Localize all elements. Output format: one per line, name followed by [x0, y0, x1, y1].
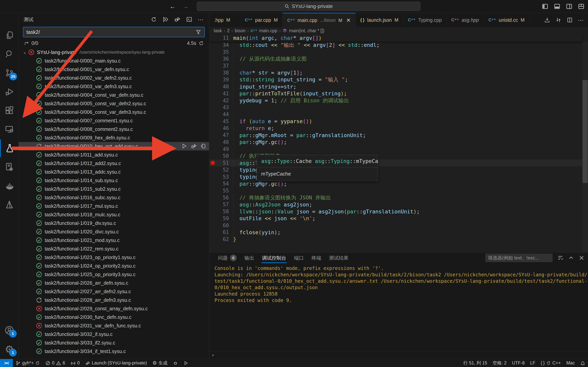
breadcrumb-item[interactable]: main(int, char * []) — [289, 28, 325, 33]
code-line[interactable]: 43 — [209, 104, 582, 111]
test-item-row[interactable]: task2/functional-0/008_comment2.sysu.c — [19, 125, 209, 133]
test-item-row[interactable]: task2/functional-1/015_sub2.sysu.c — [19, 185, 209, 193]
breadcrumb-item[interactable]: task — [214, 28, 222, 33]
remote-indicator[interactable]: >< — [0, 359, 13, 367]
test-item-row[interactable]: task2/functional-1/019_div.sysu.c — [19, 219, 209, 227]
code-line[interactable]: 42 yydebug = 1; // 启用 Bison 的调试输出 — [209, 97, 582, 104]
maximize-panel-icon[interactable] — [568, 255, 574, 261]
code-line[interactable]: 60 — [209, 222, 582, 229]
run-debug-icon[interactable] — [0, 83, 19, 100]
docker-icon[interactable] — [0, 177, 19, 195]
test-item-row[interactable]: task2/functional-0/005_const_var_defn2.s… — [19, 99, 209, 108]
test-item-row[interactable]: task2/functional-0/001_var_defn.sysu.c — [19, 65, 209, 74]
filter-funnel-icon[interactable] — [195, 29, 201, 35]
test-item-row[interactable]: task2/functional-1/025_op_priority3.sysu… — [19, 270, 209, 279]
close-tab-icon[interactable]: ✕ — [346, 17, 351, 24]
panel-tab[interactable]: 输出 — [241, 253, 258, 263]
toggle-secondary-sidebar-icon[interactable] — [566, 3, 572, 10]
settings-gear-icon[interactable]: ⚙ 1 — [0, 341, 19, 358]
cursor-position-status[interactable]: 行 51, 列 15 — [461, 359, 490, 367]
close-panel-icon[interactable] — [579, 255, 585, 261]
run-test-icon[interactable] — [182, 143, 187, 149]
panel-tab[interactable]: 测试结果 — [325, 253, 352, 263]
test-item-row[interactable]: task2/functional-0/007_comment1.sysu.c — [19, 116, 209, 125]
editor-tab[interactable]: C⁺⁺par.cppM — [240, 13, 283, 27]
remote-explorer-icon[interactable] — [0, 121, 19, 138]
toggle-panel-icon[interactable] — [554, 3, 560, 10]
cmake-icon[interactable] — [0, 196, 19, 213]
code-line[interactable]: 35 — [209, 49, 582, 56]
panel-tab[interactable]: 端口 — [290, 253, 308, 263]
test-item-row[interactable]: task2/functional-2/027_arr_defn2.sysu.c — [19, 287, 209, 296]
indentation-status[interactable]: 空格: 2 — [490, 359, 510, 367]
explorer-icon[interactable] — [0, 26, 19, 44]
test-item-row[interactable]: task2/functional-0/006_const_var_defn3.s… — [19, 108, 209, 116]
source-control-icon[interactable]: 25 — [0, 64, 19, 82]
test-item-row[interactable]: task2/functional-1/014_sub.sysu.c — [19, 176, 209, 185]
code-line[interactable]: 39 std::string input_string = "输入 "; — [209, 76, 582, 83]
code-line[interactable]: 61 fclose(yyin); — [209, 229, 582, 236]
rerun-icon[interactable] — [199, 41, 204, 46]
code-line[interactable]: 47 par::gMgr.mRoot = par::gTranslationUn… — [209, 132, 582, 139]
goto-test-file-icon[interactable] — [200, 143, 206, 149]
test-item-row[interactable]: task2/functional-1/022_rem.sysu.c — [19, 244, 209, 253]
code-line[interactable]: 41 par::printToTxtFile(input_string); — [209, 90, 582, 97]
panel-tab[interactable]: 问题6 — [214, 253, 241, 263]
code-line[interactable]: 40 input_string+=str; — [209, 83, 582, 90]
panel-tab[interactable]: 调试控制台 — [258, 253, 290, 263]
chevron-down-icon[interactable]: ⌄ — [21, 50, 28, 55]
code-line[interactable]: 45 if (auto e = yyparse()) — [209, 118, 582, 125]
test-filter-input[interactable]: task2/ — [23, 27, 205, 37]
test-item-row[interactable]: task2/functional-0/009_hex_defn.sysu.c — [19, 133, 209, 142]
editor-scrollbar[interactable] — [582, 42, 588, 252]
editor-tab[interactable]: C⁺⁺asg.hpp — [447, 13, 484, 27]
build-status[interactable]: ⚙ 生成 — [150, 359, 170, 367]
refresh-tests-icon[interactable] — [151, 16, 157, 23]
scrollbar-thumb[interactable] — [583, 80, 588, 183]
breakpoint-margin[interactable] — [209, 161, 216, 165]
test-output-terminal-icon[interactable] — [186, 16, 192, 23]
test-item-row[interactable]: task2/functional-0/004_const_var_defn.sy… — [19, 91, 209, 99]
accounts-icon[interactable]: 1 — [0, 322, 19, 339]
code-line[interactable]: 58 llvm::json::Value json = asg2json(par… — [209, 208, 582, 215]
cpp-properties-icon[interactable] — [0, 158, 19, 176]
code-editor[interactable]: 34 std::cout << "输出 " << argv[2] << std:… — [209, 42, 582, 252]
test-item-row[interactable]: task2/functional-2/029_const_array_defn.… — [19, 304, 209, 313]
breadcrumb-item[interactable]: bison — [235, 28, 245, 33]
code-line[interactable]: 37 — [209, 62, 582, 69]
test-item-row[interactable]: task2/functional-2/028_arr_defn3.sysu.c — [19, 296, 209, 304]
more-editor-actions-icon[interactable]: ⋯ — [578, 17, 584, 24]
problems-status[interactable]: 0 6 — [43, 359, 68, 367]
breadcrumb-item[interactable]: main.cpp — [259, 28, 277, 33]
test-item-row[interactable]: task2/functional-1/021_mod.sysu.c — [19, 236, 209, 244]
test-item-row[interactable]: task2/functional-1/013_addc.sysu.c — [19, 167, 209, 176]
compare-changes-icon[interactable] — [555, 17, 562, 23]
code-line[interactable]: 34 std::cout << "输出 " << argv[2] << std:… — [209, 42, 582, 49]
command-center-search[interactable]: SYsU-lang-private — [197, 2, 420, 11]
launch-status[interactable]: Launch (SYsU-lang-private) — [82, 359, 150, 367]
ports-status[interactable]: 0 — [68, 359, 82, 367]
os-status[interactable]: Mac — [564, 359, 578, 367]
debug-console-output[interactable]: Console is in 'commands' mode, prefix ex… — [209, 263, 588, 351]
customize-layout-icon[interactable] — [578, 3, 585, 10]
test-item-row[interactable]: task2/functional-1/018_mulc.sysu.c — [19, 210, 209, 219]
code-line[interactable]: 62} — [209, 236, 582, 243]
nav-forward-icon[interactable]: → — [182, 3, 189, 10]
test-item-row[interactable]: task2/functional-0/010_hex_oct_add.sysu.… — [19, 142, 209, 150]
test-root-row[interactable]: ⌄ SYsU-lang-private /users/nickchen/work… — [19, 48, 209, 57]
console-filter-input[interactable]: 筛选器(例如 text、!exc... — [485, 254, 553, 262]
test-item-row[interactable]: task2/functional-3/033_if2.sysu.c — [19, 338, 209, 347]
sticky-scroll-line[interactable]: 11main(int argc, char* argv[]) — [209, 34, 582, 42]
language-status[interactable]: { } C++ — [538, 359, 563, 367]
breakpoint-icon[interactable] — [211, 161, 215, 165]
test-item-row[interactable]: task2/functional-2/030_func_defn.sysu.c — [19, 313, 209, 321]
test-item-row[interactable]: task2/functional-3/034_if_test1.sysu.c — [19, 347, 209, 356]
code-line[interactable]: 54 par::gMgr.gc(); — [209, 180, 582, 187]
panel-tab[interactable]: 终端 — [308, 253, 325, 263]
debug-test-icon[interactable] — [191, 143, 197, 149]
test-item-row[interactable]: task2/functional-1/024_op_priority2.sysu… — [19, 262, 209, 270]
extensions-icon[interactable] — [0, 102, 19, 119]
test-item-row[interactable]: task2/functional-1/017_mul.sysu.c — [19, 202, 209, 210]
code-line[interactable]: 49 — [209, 146, 582, 153]
code-line[interactable]: 44 — [209, 111, 582, 118]
